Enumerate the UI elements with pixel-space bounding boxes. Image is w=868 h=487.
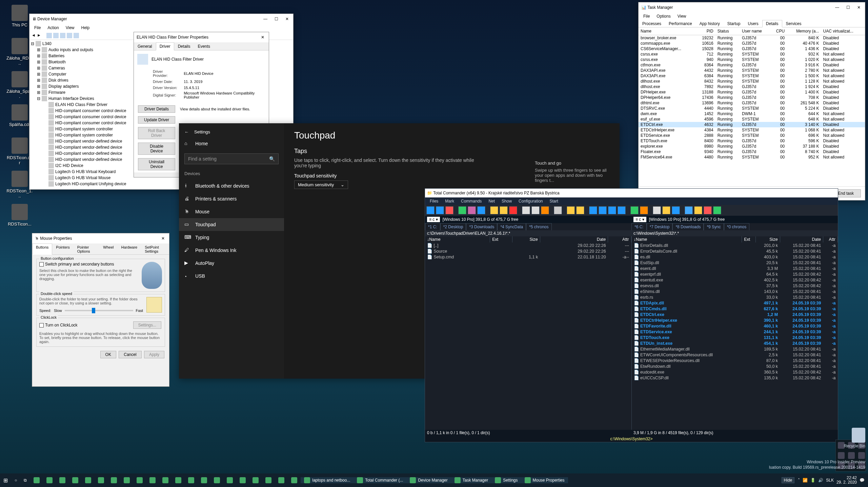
panel-tab[interactable]: *9 Sync (704, 223, 724, 230)
toolbar-button[interactable] (445, 206, 453, 214)
recycle-bin-icon[interactable] (852, 428, 865, 443)
tc-menubar[interactable]: FilesMarkCommandsNetShowConfigurationSta… (425, 197, 838, 205)
taskbar-window-button[interactable]: Settings (491, 477, 521, 483)
file-row[interactable]: 📄 ETDService.exe244,1 k24.05.19 03:39-a (632, 329, 838, 335)
tray-icon[interactable]: 🔋 (810, 478, 815, 483)
panel-tab[interactable]: *7 Desktop (647, 223, 673, 230)
process-row[interactable]: esif_uf.exe4596RunningSYSTEM00648 KNot a… (639, 117, 865, 122)
taskbar-pinned-app[interactable] (236, 477, 249, 483)
panel-tab[interactable]: *1 C: (425, 223, 440, 230)
file-row[interactable]: 📄 ETWCoreUIComponentsResources.dll2,5 k1… (632, 352, 838, 358)
expand-icon[interactable]: ⊞ (37, 84, 40, 89)
file-row[interactable]: 📄 ETDCtrlHelper.exe390,1 k24.05.19 03:39… (632, 317, 838, 323)
task-view-button[interactable]: ⧉ (20, 473, 30, 487)
taskbar-pinned-app[interactable] (95, 477, 107, 483)
driver-action-button[interactable]: Uninstall Device (138, 158, 175, 170)
tc-titlebar[interactable]: 📁 Total Commander (x64) 9.50 - Krajské r… (425, 189, 838, 197)
expand-icon[interactable]: ⊟ (37, 96, 40, 101)
task-manager-process-list[interactable]: NamePIDStatusUser nameCPUMemory (a...UAC… (639, 27, 865, 186)
column-header[interactable]: Attr (823, 236, 837, 242)
column-header[interactable]: Ext (742, 236, 756, 242)
file-row[interactable]: 📄 eShims.dll143,0 k15.02.20 08:41-a (632, 289, 838, 294)
taskbar-pinned-app[interactable] (198, 477, 210, 483)
taskbar-pinned-app[interactable] (120, 477, 133, 483)
ok-button[interactable]: OK (100, 351, 116, 358)
driver-action-button[interactable]: Driver Details (138, 105, 175, 113)
menu-item[interactable]: File (641, 13, 652, 19)
close-button[interactable]: ✕ (259, 35, 266, 40)
clock[interactable]: 22:42 29. 2. 2020 (836, 476, 857, 485)
toolbar-button[interactable] (522, 206, 530, 214)
mouse-properties-tabs[interactable]: ButtonsPointersPointer OptionsWheelHardw… (32, 244, 169, 255)
file-row[interactable]: 📄 [..]29.02.20 22:26--- (425, 242, 631, 248)
settings-nav-item[interactable]: 🖨Printers & scanners (179, 192, 284, 205)
back-button[interactable]: ← (184, 129, 189, 134)
expand-icon[interactable]: ⊞ (37, 54, 40, 58)
tab-details[interactable]: Details (174, 42, 194, 50)
tc-path-left[interactable]: c:\Drivers\TouchpadDriver\ELAN_22.4.16.1… (425, 230, 631, 236)
file-row[interactable]: 📄 esentprf.dll64,5 k15.02.20 08:42-a (632, 271, 838, 277)
menu-item[interactable]: Show (499, 198, 514, 204)
file-row[interactable]: 📄 ETDApix.dll497,1 k24.05.19 03:39-a (632, 300, 838, 306)
column-header[interactable]: ↓Name (632, 236, 742, 242)
tab[interactable]: Wheel (99, 244, 117, 255)
tab-driver[interactable]: Driver (156, 42, 174, 50)
menu-item[interactable]: Help (79, 25, 93, 31)
column-header[interactable]: UAC virtualizat... (821, 27, 865, 35)
panel-tab[interactable]: *3 Downloads (466, 223, 497, 230)
expand-icon[interactable]: ⊞ (37, 78, 40, 83)
switch-buttons-checkbox[interactable] (39, 262, 44, 267)
taskbar-pinned-app[interactable] (56, 477, 69, 483)
column-header[interactable]: Memory (a... (787, 27, 821, 35)
toolbar-icon[interactable] (46, 33, 52, 38)
tc-tabs-left[interactable]: *1 C:*2 Desktop*3 Downloads*4 SyncData*5… (425, 223, 631, 230)
process-row[interactable]: browser_broker.exe19232RunningGJ357d0084… (639, 35, 865, 41)
expand-icon[interactable]: ⊞ (37, 47, 40, 52)
folder-test-icon[interactable] (146, 297, 162, 313)
system-tray[interactable]: Hide ˄ 📶 🔋 🔊 SLK 22:42 29. 2. 2020 💬 (778, 476, 868, 485)
process-row[interactable]: csrss.exe712RunningSYSTEM00932 KNot allo… (639, 51, 865, 57)
expand-icon[interactable]: ⊟ (31, 41, 34, 46)
toolbar-button[interactable] (713, 206, 721, 214)
tc-filelist-right[interactable]: ↓NameExtSizeDateAttr📄 ErrorDetails.dll20… (632, 236, 838, 430)
toolbar-button[interactable] (576, 206, 584, 214)
expand-icon[interactable]: ⊞ (37, 72, 40, 77)
process-row[interactable]: DAX3API.exe4432RunningSYSTEM002 780 KNot… (639, 68, 865, 73)
tab[interactable]: Services (782, 20, 805, 27)
menu-item[interactable]: Options (654, 13, 673, 19)
toolbar-icon[interactable] (74, 33, 79, 38)
taskbar-window-button[interactable]: Total Commander (... (354, 477, 406, 483)
search-button[interactable]: ○ (11, 473, 20, 487)
tab[interactable]: Hardware (118, 244, 141, 255)
toolbar-button[interactable] (618, 206, 626, 214)
file-row[interactable]: 📄 Setup.cmd1,1 k22.01.18 11:20-a-- (425, 254, 631, 260)
toolbar-button[interactable] (685, 206, 693, 214)
toolbar-button[interactable] (468, 206, 476, 214)
maximize-button[interactable]: ☐ (845, 5, 851, 10)
minimize-button[interactable]: — (834, 5, 841, 10)
menu-item[interactable]: View (675, 13, 689, 19)
taskbar-pinned-app[interactable] (249, 477, 262, 483)
process-row[interactable]: dllhost.exe7892RunningGJ357d001 924 KDis… (639, 84, 865, 89)
expand-icon[interactable]: ⊞ (37, 90, 40, 95)
column-header[interactable]: Date (540, 236, 608, 242)
column-header[interactable]: Status (715, 27, 740, 35)
column-header[interactable]: ↓Name (425, 236, 490, 242)
tab-events[interactable]: Events (194, 42, 214, 50)
process-row[interactable]: FMService64.exe4480RunningSYSTEM00952 KN… (639, 154, 865, 160)
expand-icon[interactable]: ⊞ (37, 60, 40, 64)
tab[interactable]: SetPoint Settings (141, 244, 169, 255)
panel-tab[interactable]: *0 chronos (724, 223, 749, 230)
task-manager-menubar[interactable]: FileOptionsView (639, 13, 865, 20)
taskbar[interactable]: ⊞ ○ ⧉ laptops and netboo...Total Command… (0, 473, 868, 487)
file-row[interactable]: 📄 EtwRundown.dll50,0 k15.02.20 08:41-a (632, 363, 838, 369)
taskbar-pinned-app[interactable] (146, 477, 159, 483)
taskbar-pinned-app[interactable] (185, 477, 198, 483)
task-manager-window[interactable]: 📊 Task Manager — ☐ ✕ FileOptionsView Pro… (638, 2, 865, 200)
panel-tab[interactable]: *4 SyncData (497, 223, 526, 230)
tc-filelist-left[interactable]: ↓NameExtSizeDateAttr📄 [..]29.02.20 22:26… (425, 236, 632, 430)
settings-nav-item[interactable]: 🖱Mouse (179, 205, 284, 218)
settings-search[interactable]: Find a setting 🔍 (184, 153, 279, 164)
menu-item[interactable]: Commands (458, 198, 484, 204)
tray-icon[interactable]: 📶 (803, 478, 808, 483)
